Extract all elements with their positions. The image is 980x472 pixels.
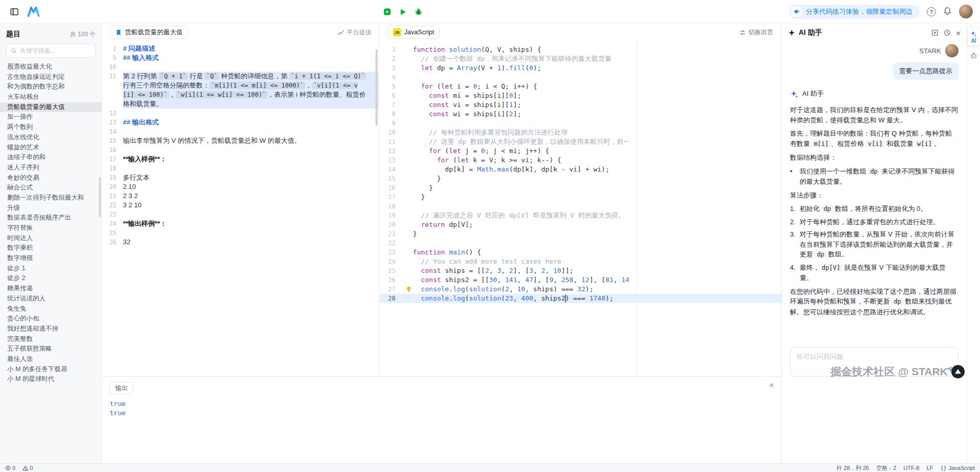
close-output-button[interactable]: × <box>769 381 774 390</box>
sidebar-item[interactable]: 数字乘积 <box>0 243 102 253</box>
problem-line[interactable]: 18 <box>102 164 379 173</box>
code-line[interactable]: 15 } <box>379 174 781 183</box>
code-line[interactable]: 21} <box>379 229 781 239</box>
sidebar-item[interactable]: 删除一次得到子数组最大和 <box>0 193 102 203</box>
code-line[interactable]: 23function main() { <box>379 248 781 257</box>
sidebar-item[interactable]: 糖果传递 <box>0 284 102 294</box>
sidebar-scrollbar[interactable] <box>99 177 101 217</box>
search-input[interactable] <box>20 47 91 54</box>
problem-line[interactable]: 13## 输出格式 <box>102 118 379 127</box>
code-line[interactable]: 24 // You can add more test cases here <box>379 257 781 266</box>
send-icon[interactable] <box>945 365 953 373</box>
new-chat-button[interactable] <box>931 29 939 36</box>
sidebar-item[interactable]: 五子棋获胜策略 <box>0 344 102 354</box>
sidebar-item[interactable]: 徒步 2 <box>0 273 102 284</box>
sidebar-item[interactable]: 古生物血缘远近判定 <box>0 72 102 82</box>
debug-button[interactable] <box>414 8 423 16</box>
problem-line[interactable]: 23 <box>102 210 379 219</box>
sidebar-item[interactable]: 我好想逃却逃不掉 <box>0 324 102 334</box>
search-box[interactable] <box>6 44 96 58</box>
problem-line[interactable]: 212 3 2 <box>102 191 379 201</box>
code-line[interactable]: 16 } <box>379 183 781 192</box>
code-line[interactable]: 9 <box>379 119 781 128</box>
sidebar-item[interactable]: 兔生兔 <box>0 304 102 314</box>
code-line[interactable]: 3 let dp = Array(V + 1).fill(0); <box>379 63 781 73</box>
run-file-button[interactable] <box>383 8 391 16</box>
code-line[interactable]: 19 // 遍历完成之后 V 对应的 dp[V] 即是预算到 V 时的最大负荷。 <box>379 211 781 220</box>
ai-input[interactable] <box>790 348 958 376</box>
sidebar-item[interactable]: 徒步 1 <box>0 264 102 274</box>
sidebar-item[interactable]: 螺旋的艺术 <box>0 143 102 153</box>
problem-line[interactable]: 24**输出样例**： <box>102 219 379 228</box>
sidebar-item[interactable]: 股票收益最大化 <box>0 62 102 72</box>
problem-line[interactable]: 14 <box>102 127 379 136</box>
quick-fix-lightbulb-icon[interactable] <box>406 286 412 292</box>
eol-setting[interactable]: LF <box>927 465 933 471</box>
history-button[interactable] <box>944 29 951 36</box>
code-line[interactable]: 8 const wi = ships[i][2]; <box>379 110 781 119</box>
problem-line[interactable]: 223 2 10 <box>102 201 379 210</box>
sidebar-item[interactable]: 奇妙的交易 <box>0 173 102 183</box>
sidebar-item[interactable]: 小 M 的多任务下载器 <box>0 364 102 375</box>
sidebar-item[interactable]: 完美整数 <box>0 334 102 345</box>
user-avatar[interactable] <box>959 5 973 18</box>
code-line[interactable]: 14 dp[k] = Math.max(dp[k], dp[k - vi] + … <box>379 165 781 174</box>
sidebar-item[interactable]: 统计说谎的人 <box>0 294 102 304</box>
problem-line[interactable]: 15输出李华预算为 V 的情况下，货船载货量总和 W 的最大值。 <box>102 136 379 145</box>
problem-line[interactable]: 19多行文本 <box>102 173 379 182</box>
sidebar-item[interactable]: 时间达人 <box>0 233 102 244</box>
notifications-button[interactable] <box>943 7 952 17</box>
code-line[interactable]: 11 // 这里 dp 数组要从大到小循环更新，以确保使用本船只时，前一次的预算… <box>379 137 781 146</box>
cursor-position[interactable]: 行 28，列 26 <box>837 464 869 472</box>
indent-setting[interactable]: 空格：2 <box>876 464 896 472</box>
sidebar-item[interactable]: 两个数列 <box>0 122 102 133</box>
sidebar-toggle-button[interactable] <box>7 5 22 19</box>
code-line[interactable]: 2 // 创建一个数组 dp，用来记录不同预算下能获得的最大载货量 <box>379 54 781 63</box>
sidebar-item[interactable]: 数据表是否按顺序产出 <box>0 213 102 223</box>
code-line[interactable]: 17 } <box>379 192 781 202</box>
problem-scrollbar[interactable] <box>376 49 378 126</box>
sidebar-item[interactable]: 连续子串的和 <box>0 153 102 163</box>
run-button[interactable] <box>399 8 407 16</box>
code-line[interactable]: 28 console.log(solution(23, 400, ships2)… <box>379 294 781 303</box>
sidebar-item[interactable]: 升级 <box>0 203 102 213</box>
assistant-robot-icon[interactable] <box>970 52 977 59</box>
ai-panel-tab[interactable]: AI <box>968 28 980 46</box>
problem-content[interactable]: 1# 问题描述5## 输入格式10 11第 2 行到第 `Q + 1` 行是 `… <box>102 39 379 376</box>
sidebar-item[interactable]: 小 M 的星球时代 <box>0 374 102 384</box>
code-line[interactable]: 6 const mi = ships[i][0]; <box>379 91 781 100</box>
code-line[interactable]: 22 <box>379 239 781 248</box>
ai-input-box[interactable] <box>790 347 958 377</box>
code-line[interactable]: 10 // 每种货船利用多重背包问题的方法进行处理 <box>379 128 781 137</box>
problem-title-tab[interactable]: 货船载货量的最大值 <box>110 26 189 39</box>
code-line[interactable]: 25 const ships = [[2, 3, 2], [3, 2, 10]]… <box>379 266 781 275</box>
sidebar-item[interactable]: 最佳人选 <box>0 354 102 364</box>
promo-banner[interactable]: 分享代码练习体验，领限量定制周边 <box>789 5 920 19</box>
switch-language-button[interactable]: 切换语言 <box>739 28 773 37</box>
code-line[interactable]: 5 for (let i = 0; i < Q; i++) { <box>379 82 781 91</box>
sidebar-item[interactable]: 流水线优化 <box>0 133 102 143</box>
sidebar-item[interactable]: 融合公式 <box>0 183 102 193</box>
ai-conversation[interactable]: STARK 需要一点思路提示 AI 助手 对于这道题，我们的目标是在给定的预算 … <box>782 39 967 344</box>
sidebar-item[interactable]: 数字增殖 <box>0 253 102 264</box>
sidebar-item[interactable]: 货船载货量的最大值 <box>0 102 102 113</box>
code-line[interactable]: 12 for (let j = 0; j < mi; j++) { <box>379 146 781 156</box>
problem-line[interactable]: 16 <box>102 145 379 155</box>
sidebar-item[interactable]: 加一操作 <box>0 112 102 122</box>
problem-line[interactable]: 2632 <box>102 238 379 247</box>
code-line[interactable]: 4 <box>379 73 781 82</box>
code-line[interactable]: 26 const ships2 = [[30, 141, 47], [9, 25… <box>379 275 781 285</box>
problem-line[interactable]: 17**输入样例**： <box>102 155 379 164</box>
errors-indicator[interactable]: 0 <box>5 465 15 471</box>
problem-line[interactable]: 5## 输入格式 <box>102 53 379 62</box>
code-line[interactable]: 20 return dp[V]; <box>379 220 781 229</box>
output-tab[interactable]: 输出 <box>110 382 133 394</box>
problem-line[interactable]: 1# 问题描述 <box>102 44 379 53</box>
marscode-logo[interactable] <box>27 6 40 17</box>
problem-line[interactable]: 10 <box>102 62 379 72</box>
close-ai-button[interactable]: × <box>956 29 961 37</box>
language-mode[interactable]: {}JavaScript <box>941 465 975 471</box>
problem-line[interactable]: 202 10 <box>102 182 379 191</box>
code-line[interactable]: 1function solution(Q, V, ships) { <box>379 45 781 54</box>
sidebar-item[interactable]: 迷人子序列 <box>0 163 102 173</box>
